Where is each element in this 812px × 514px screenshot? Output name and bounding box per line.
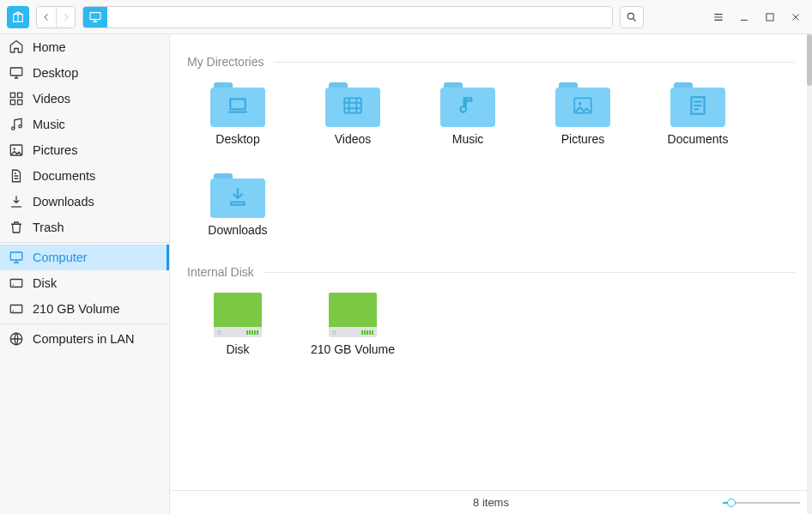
item-label: Music [452,132,484,148]
scrollbar-thumb[interactable] [807,34,812,86]
item-label: 210 GB Volume [311,342,395,358]
folder-icon [325,82,380,127]
zoom-track [723,502,800,504]
folder-icon [440,82,495,127]
search-button[interactable] [620,6,644,28]
sidebar-item-home[interactable]: Home [0,34,169,60]
sidebar-item-label: Pictures [33,143,77,157]
sidebar-item-music[interactable]: Music [0,112,169,137]
close-button[interactable] [786,8,805,27]
sidebar-item-desktop[interactable]: Desktop [0,60,169,86]
icon-grid: Disk210 GB Volume [187,293,795,358]
item-label: Documents [668,132,729,148]
sidebar-item-label: Computer [33,251,88,264]
zoom-slider[interactable] [723,502,800,504]
section-header: Internal Disk [187,265,795,279]
path-segment-computer[interactable] [83,7,107,27]
titlebar [0,0,812,34]
hamburger-menu-button[interactable] [709,8,728,27]
section-line [264,272,795,273]
sidebar-item-label: Computers in LAN [33,332,134,346]
sidebar-item-210-gb-volume[interactable]: 210 GB Volume [0,296,169,322]
folder-icon [210,173,265,218]
maximize-button[interactable] [760,8,779,27]
music-icon [9,117,24,132]
sidebar-item-label: Music [33,118,65,131]
item-label: Disk [226,342,249,358]
sidebar-item-disk[interactable]: Disk [0,270,169,296]
globe-icon [9,331,24,347]
image-icon [9,142,24,158]
trash-icon [9,220,24,235]
sidebar-item-trash[interactable]: Trash [0,215,169,240]
doc-icon [9,168,24,184]
desktop-icon [9,65,24,81]
item-disk[interactable]: Disk [187,293,288,358]
sidebar-item-label: Desktop [33,66,78,80]
nav-buttons [36,6,76,28]
minimize-button[interactable] [735,8,754,27]
section-header: My Directories [187,55,795,69]
sidebar-item-label: Downloads [33,195,94,209]
item-desktop[interactable]: Desktop [187,82,288,148]
path-bar[interactable] [82,6,613,28]
sidebar-item-label: Documents [33,169,95,183]
sidebar-item-label: 210 GB Volume [33,302,120,316]
download-icon [9,194,24,209]
hdd-icon [9,275,24,291]
folder-icon [210,82,265,127]
folder-icon [555,82,610,127]
sidebar-item-label: Home [33,40,66,54]
scrollbar[interactable] [807,34,812,514]
folder-icon [670,82,725,127]
icon-view[interactable]: My DirectoriesDesktopVideosMusicPictures… [170,34,812,490]
item-documents[interactable]: Documents [647,82,748,148]
icon-grid: DesktopVideosMusicPicturesDocumentsDownl… [187,82,795,238]
zoom-handle[interactable] [727,499,736,507]
forward-button[interactable] [56,7,75,27]
sidebar-item-computer[interactable]: Computer [0,245,169,270]
back-button[interactable] [37,7,56,27]
item-music[interactable]: Music [417,82,518,148]
sidebar: HomeDesktopVideosMusicPicturesDocumentsD… [0,34,170,514]
section-line [274,62,795,63]
item-label: Desktop [215,132,259,148]
app-icon [7,6,29,28]
sidebar-item-computers-in-lan[interactable]: Computers in LAN [0,326,169,352]
grid-icon [9,91,24,106]
item-210-gb-volume[interactable]: 210 GB Volume [302,293,403,358]
sidebar-item-label: Trash [33,221,64,234]
sidebar-item-pictures[interactable]: Pictures [0,137,169,163]
item-label: Pictures [561,132,605,148]
sidebar-item-videos[interactable]: Videos [0,86,169,112]
body: HomeDesktopVideosMusicPicturesDocumentsD… [0,34,812,514]
monitor-icon [88,10,102,24]
hdd-icon [9,301,24,317]
section-title: Internal Disk [187,265,254,279]
sidebar-item-label: Disk [33,276,57,290]
item-pictures[interactable]: Pictures [532,82,633,148]
status-text: 8 items [473,496,509,509]
item-downloads[interactable]: Downloads [187,173,288,239]
monitor-icon [9,250,24,265]
content-area: My DirectoriesDesktopVideosMusicPictures… [170,34,812,514]
section-title: My Directories [187,55,264,69]
file-manager-window: HomeDesktopVideosMusicPicturesDocumentsD… [0,0,812,514]
drive-icon [329,293,377,337]
item-videos[interactable]: Videos [302,82,403,148]
status-bar: 8 items [170,490,812,514]
drive-icon [214,293,262,337]
item-label: Videos [335,132,372,148]
item-label: Downloads [208,223,267,239]
home-icon [9,39,24,55]
sidebar-item-label: Videos [33,92,70,106]
sidebar-item-downloads[interactable]: Downloads [0,189,169,215]
sidebar-item-documents[interactable]: Documents [0,163,169,189]
